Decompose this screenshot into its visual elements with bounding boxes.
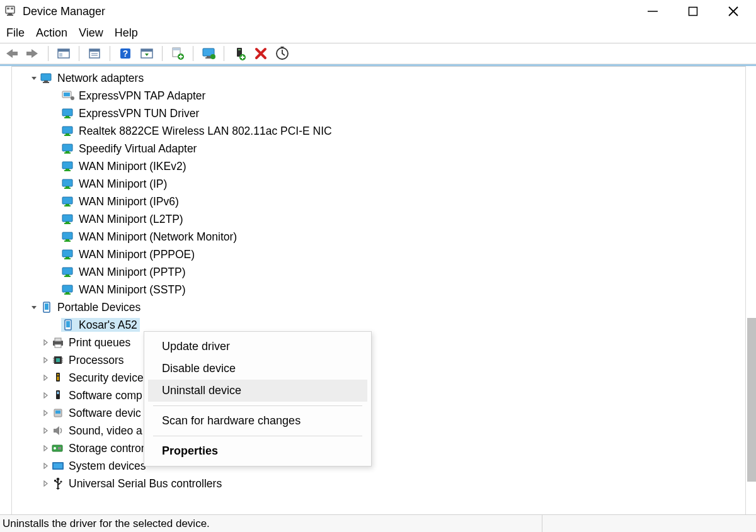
context-menu: Update driver Disable device Uninstall d… — [144, 331, 372, 467]
context-menu-update-driver[interactable]: Update driver — [148, 336, 367, 358]
svg-rect-3 — [8, 13, 12, 14]
minimize-button[interactable] — [646, 5, 659, 18]
toolbar-forward-button[interactable] — [24, 45, 42, 62]
svg-rect-12 — [58, 49, 69, 52]
category-label: System devices — [69, 460, 146, 473]
statusbar-text: Uninstalls the driver for the selected d… — [0, 518, 542, 530]
toolbar-remove-button[interactable] — [252, 45, 270, 62]
category-print-queues[interactable]: Print queues — [12, 334, 745, 351]
device-item[interactable]: Speedify Virtual Adapter — [12, 140, 745, 157]
svg-rect-49 — [66, 169, 69, 170]
category-software-components[interactable]: Software comp — [12, 387, 745, 404]
chevron-down-icon[interactable] — [28, 304, 40, 310]
chevron-down-icon[interactable] — [28, 75, 40, 81]
svg-point-102 — [60, 480, 62, 482]
toolbar-separator — [162, 46, 163, 61]
chevron-right-icon[interactable] — [40, 463, 51, 469]
tree-pane[interactable]: Network adapters ExpressVPN TAP Adapter … — [11, 66, 746, 532]
device-item[interactable]: WAN Miniport (L2TP) — [12, 210, 745, 228]
menu-help[interactable]: Help — [115, 26, 138, 40]
maximize-button[interactable] — [687, 5, 699, 18]
portable-device-category-icon — [40, 300, 54, 314]
device-item[interactable]: ExpressVPN TAP Adapter — [12, 87, 745, 105]
system-device-icon — [51, 459, 65, 473]
usb-icon — [51, 477, 65, 490]
toolbar-help-button[interactable]: ? — [117, 45, 134, 62]
chevron-right-icon[interactable] — [40, 357, 51, 363]
category-network-adapters[interactable]: Network adapters — [12, 69, 745, 87]
window-title: Device Manager — [23, 5, 105, 18]
device-label: WAN Miniport (SSTP) — [79, 283, 186, 297]
menu-action[interactable]: Action — [36, 26, 67, 40]
toolbar-view-menu-button[interactable] — [138, 45, 156, 62]
device-item[interactable]: ExpressVPN TUN Driver — [12, 105, 745, 122]
device-item-selected[interactable]: Kosar's A52 — [12, 316, 745, 334]
device-label: WAN Miniport (PPTP) — [79, 266, 186, 279]
context-menu-disable-device[interactable]: Disable device — [148, 358, 367, 380]
category-storage-controllers[interactable]: Storage controners — [12, 439, 745, 457]
svg-rect-67 — [66, 274, 69, 276]
svg-rect-10 — [26, 52, 32, 55]
toolbar-update-driver-button[interactable] — [169, 45, 186, 62]
svg-rect-96 — [58, 447, 61, 450]
toolbar-scan-hardware-button[interactable] — [273, 45, 291, 62]
context-menu-uninstall-device[interactable]: Uninstall device — [148, 380, 367, 402]
toolbar-add-hardware-button[interactable] — [231, 45, 248, 62]
category-system-devices[interactable]: System devices — [12, 457, 745, 475]
device-item[interactable]: WAN Miniport (Network Monitor) — [12, 228, 745, 246]
toolbar-show-hide-button[interactable] — [55, 45, 72, 62]
chevron-right-icon[interactable] — [40, 445, 51, 451]
svg-point-95 — [54, 447, 56, 450]
chevron-right-icon[interactable] — [40, 339, 51, 346]
device-item[interactable]: WAN Miniport (IKEv2) — [12, 157, 745, 175]
svg-rect-61 — [66, 239, 69, 241]
svg-rect-53 — [64, 188, 71, 189]
svg-rect-39 — [62, 109, 72, 116]
svg-rect-2 — [11, 8, 13, 9]
svg-point-28 — [210, 54, 215, 59]
chevron-right-icon[interactable] — [40, 480, 51, 487]
category-software-devices[interactable]: Software devic — [12, 404, 745, 422]
category-processors[interactable]: Processors — [12, 351, 745, 369]
device-item[interactable]: WAN Miniport (IPv6) — [12, 193, 745, 210]
svg-rect-34 — [44, 81, 48, 82]
device-item[interactable]: WAN Miniport (SSTP) — [12, 281, 745, 298]
category-sound-video-game[interactable]: Sound, video a — [12, 422, 745, 439]
chevron-right-icon[interactable] — [40, 375, 51, 381]
device-label: WAN Miniport (IPv6) — [79, 195, 179, 208]
toolbar-properties-button[interactable] — [86, 45, 103, 62]
svg-rect-33 — [41, 74, 51, 81]
context-menu-scan-hardware[interactable]: Scan for hardware changes — [148, 410, 367, 432]
device-label: Kosar's A52 — [79, 319, 137, 332]
svg-rect-93 — [55, 410, 60, 414]
category-security-devices[interactable]: Security device — [12, 369, 745, 387]
app-icon — [4, 5, 16, 18]
menu-file[interactable]: File — [6, 26, 25, 40]
device-label: ExpressVPN TAP Adapter — [79, 89, 205, 103]
toolbar-monitor-button[interactable] — [200, 45, 217, 62]
toolbar-back-button[interactable] — [3, 45, 20, 62]
category-portable-devices[interactable]: Portable Devices — [12, 298, 745, 316]
category-label: Sound, video a — [69, 424, 142, 438]
svg-rect-75 — [66, 321, 70, 327]
close-button[interactable] — [727, 5, 740, 18]
context-menu-properties[interactable]: Properties — [148, 440, 367, 462]
device-label: WAN Miniport (PPPOE) — [79, 248, 195, 261]
device-item[interactable]: WAN Miniport (PPTP) — [12, 263, 745, 281]
svg-rect-44 — [64, 135, 71, 136]
chevron-right-icon[interactable] — [40, 427, 51, 434]
svg-rect-57 — [62, 215, 72, 222]
svg-rect-41 — [64, 117, 71, 118]
chevron-right-icon[interactable] — [40, 392, 51, 399]
device-item[interactable]: Realtek 8822CE Wireless LAN 802.11ac PCI… — [12, 122, 745, 140]
vertical-scrollbar[interactable] — [747, 318, 756, 482]
device-item[interactable]: WAN Miniport (IP) — [12, 175, 745, 193]
svg-rect-60 — [62, 232, 72, 239]
category-usb-controllers[interactable]: Universal Serial Bus controllers — [12, 475, 745, 492]
svg-rect-62 — [64, 241, 71, 242]
toolbar: ? — [0, 43, 756, 64]
chevron-right-icon[interactable] — [40, 410, 51, 416]
context-menu-divider — [153, 436, 362, 436]
menu-view[interactable]: View — [79, 26, 103, 40]
device-item[interactable]: WAN Miniport (PPPOE) — [12, 246, 745, 263]
